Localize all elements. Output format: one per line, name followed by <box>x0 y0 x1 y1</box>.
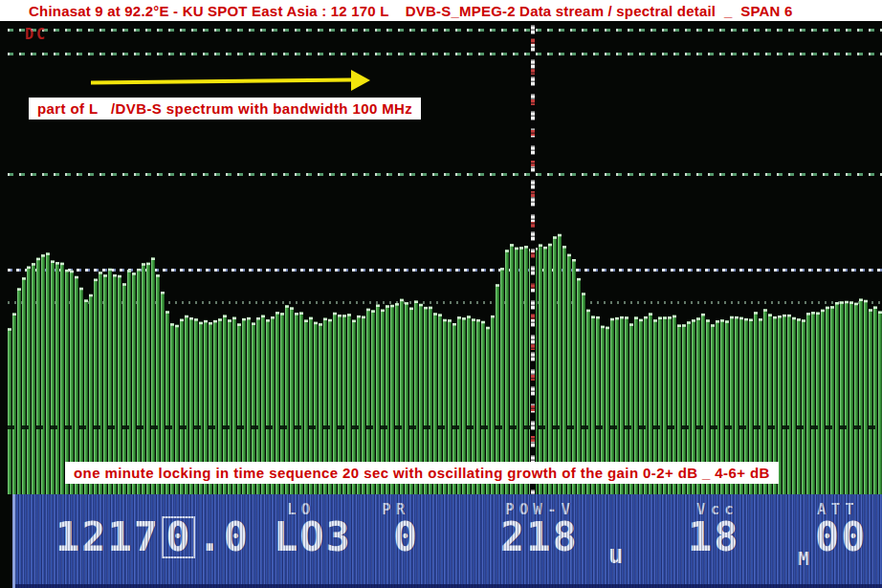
annotation-locking: one minute locking in time sequence 20 s… <box>65 462 779 484</box>
arrow-head-icon <box>351 70 370 91</box>
lo-value: LO3 <box>274 515 352 559</box>
frequency-prefix: 1217 <box>55 513 160 560</box>
dc-indicator: DC <box>25 26 48 43</box>
pow-v-value: 218 <box>500 515 579 559</box>
bandwidth-arrow <box>91 69 370 92</box>
frequency-suffix: .0 <box>197 513 250 560</box>
page-title: Chinasat 9 at 92.2°E - KU SPOT East Asia… <box>0 3 792 19</box>
frequency-readout: 12170.0 <box>55 515 250 559</box>
pow-v-unit: u <box>608 533 624 577</box>
att-mode-prefix: M <box>798 536 809 580</box>
pr-value: 0 <box>393 515 419 559</box>
annotation-bandwidth: part of L /DVB-S spectrum with bandwidth… <box>29 98 421 120</box>
vcc-value: 18 <box>688 515 740 559</box>
sat-meter-screen: Chinasat 9 at 92.2°E - KU SPOT East Asia… <box>0 0 882 588</box>
frequency-cursor-digit: 0 <box>162 516 195 558</box>
graticule-line <box>8 425 882 429</box>
status-bar: 12170.0 LO LO3 PR 0 POW-V 218 u Vcc 18 A… <box>12 494 882 588</box>
arrow-shaft <box>91 78 353 85</box>
title-bar: Chinasat 9 at 92.2°E - KU SPOT East Asia… <box>0 0 882 21</box>
att-value: 00 <box>815 515 868 559</box>
